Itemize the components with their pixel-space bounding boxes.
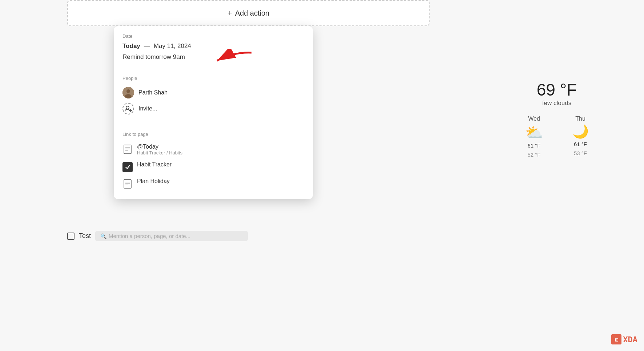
- main-area: [0, 0, 644, 351]
- checkbox-icon-habit: [122, 162, 133, 172]
- link-section: Link to page @Today Habit Tracker / Habi…: [114, 124, 313, 199]
- weather-widget: 69 °F few clouds Wed ⛅ 61 °F 52 °F Thu 🌙…: [499, 80, 615, 158]
- date-value: May 11, 2024: [154, 43, 191, 50]
- search-input-wrapper[interactable]: 🔍 Mention a person, page, or date...: [95, 231, 248, 241]
- person-face: [122, 87, 134, 98]
- date-section: Date Today — May 11, 2024 Remind tomorro…: [114, 26, 313, 68]
- forecast-wed-label: Wed: [528, 116, 540, 122]
- svg-rect-7: [124, 145, 131, 154]
- test-label: Test: [79, 232, 91, 240]
- add-action-label: Add action: [235, 9, 270, 17]
- search-icon: 🔍: [100, 233, 106, 239]
- forecast-wed-high: 61 °F: [527, 142, 540, 149]
- link-title-today: @Today: [137, 144, 182, 150]
- link-title-plan: Plan Holiday: [137, 178, 170, 185]
- forecast-wed-low: 52 °F: [527, 152, 540, 158]
- dashed-card: + Add action: [67, 0, 430, 26]
- people-section: People Parth Shah: [114, 68, 313, 124]
- xda-text: XDA: [623, 335, 637, 344]
- invite-label: Invite...: [138, 105, 157, 112]
- dropdown-panel: Date Today — May 11, 2024 Remind tomorro…: [114, 26, 313, 199]
- xda-watermark: ◧ XDA: [611, 334, 637, 344]
- person-name: Parth Shah: [138, 89, 168, 96]
- plus-icon: +: [228, 8, 232, 18]
- invite-avatar-icon: [122, 103, 134, 114]
- remind-label: Remind tomorrow 9am: [122, 53, 185, 61]
- forecast-wed: Wed ⛅ 61 °F 52 °F: [525, 116, 543, 158]
- xda-box-icon: ◧: [611, 334, 621, 344]
- page-icon-plan: [122, 179, 133, 189]
- forecast-thu-high: 61 °F: [574, 141, 587, 147]
- task-checkbox[interactable]: [67, 233, 75, 240]
- person-avatar: [122, 87, 134, 98]
- link-text-habit: Habit Tracker: [137, 161, 172, 168]
- invite-item[interactable]: Invite...: [122, 101, 304, 117]
- date-dash: —: [144, 43, 150, 50]
- forecast-thu-low: 53 °F: [574, 150, 587, 156]
- svg-point-2: [126, 89, 130, 93]
- search-placeholder: Mention a person, page, or date...: [109, 233, 190, 239]
- weather-forecast: Wed ⛅ 61 °F 52 °F Thu 🌙 61 °F 53 °F: [499, 116, 615, 158]
- svg-point-4: [126, 106, 129, 109]
- people-section-label: People: [122, 76, 304, 81]
- page-icon-today: [122, 144, 133, 154]
- checked-box-icon: [122, 162, 133, 172]
- link-subtitle-today: Habit Tracker / Habits: [137, 150, 182, 156]
- svg-rect-11: [124, 179, 131, 188]
- link-section-label: Link to page: [122, 132, 304, 137]
- remind-row[interactable]: Remind tomorrow 9am: [122, 53, 304, 61]
- weather-description: few clouds: [499, 100, 615, 107]
- date-row: Today — May 11, 2024: [122, 43, 304, 50]
- today-label: Today: [122, 43, 140, 50]
- link-text-today: @Today Habit Tracker / Habits: [137, 144, 182, 156]
- link-item-plan-holiday[interactable]: Plan Holiday: [122, 175, 304, 192]
- svg-point-3: [125, 94, 132, 98]
- person-item[interactable]: Parth Shah: [122, 85, 304, 101]
- forecast-thu-label: Thu: [575, 116, 585, 122]
- forecast-wed-icon: ⛅: [525, 125, 543, 140]
- link-title-habit: Habit Tracker: [137, 161, 172, 168]
- link-item-today[interactable]: @Today Habit Tracker / Habits: [122, 141, 304, 158]
- forecast-thu: Thu 🌙 61 °F 53 °F: [572, 116, 589, 158]
- weather-temperature: 69 °F: [499, 80, 615, 100]
- red-arrow-icon: [213, 49, 253, 65]
- link-text-plan: Plan Holiday: [137, 178, 170, 185]
- bottom-bar: Test 🔍 Mention a person, page, or date..…: [0, 226, 644, 246]
- forecast-thu-icon: 🌙: [572, 125, 589, 138]
- link-item-habit-tracker[interactable]: Habit Tracker: [122, 158, 304, 175]
- add-action-button[interactable]: + Add action: [228, 8, 269, 18]
- date-section-label: Date: [122, 33, 304, 39]
